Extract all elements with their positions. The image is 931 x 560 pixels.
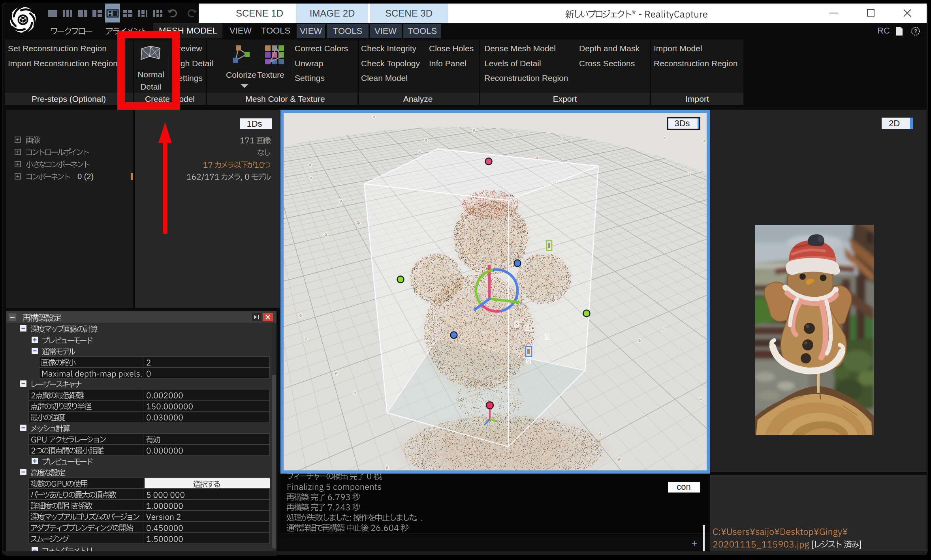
svg-text:?: ? [914, 28, 917, 34]
